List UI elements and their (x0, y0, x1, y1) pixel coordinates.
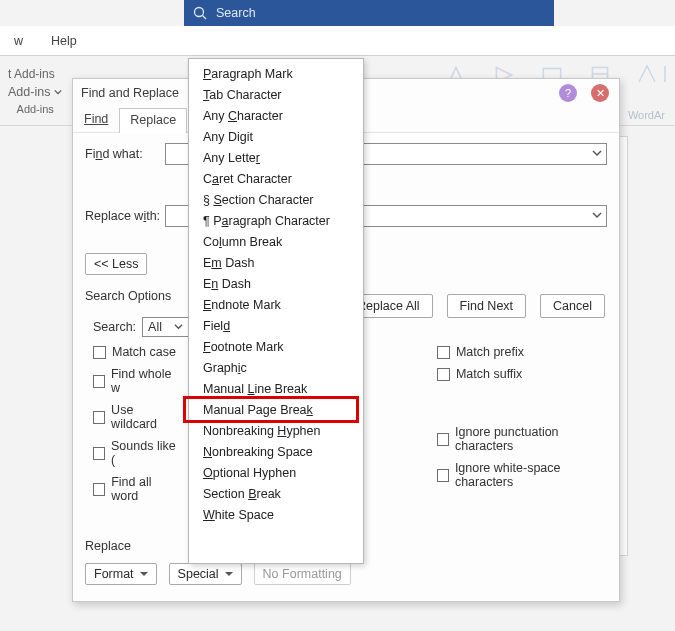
menu-item[interactable]: Column Break (189, 231, 363, 252)
tab-replace[interactable]: Replace (119, 108, 187, 133)
special-characters-menu: Paragraph MarkTab CharacterAny Character… (188, 58, 364, 564)
find-what-label: Find what: (85, 147, 165, 161)
checkbox-icon (93, 447, 105, 460)
menu-item[interactable]: ¶ Paragraph Character (189, 210, 363, 231)
ribbon-group-addins: Add-ins (8, 103, 62, 115)
menu-item[interactable]: Section Break (189, 483, 363, 504)
option-checkbox[interactable]: Match case (93, 345, 177, 359)
no-formatting-button[interactable]: No Formatting (254, 563, 351, 585)
option-checkbox[interactable]: Find all word (93, 475, 177, 503)
get-addins-button[interactable]: t Add-ins (8, 67, 62, 81)
wordart-icon (635, 62, 669, 92)
less-button[interactable]: << Less (85, 253, 147, 275)
menu-item[interactable]: Any Digit (189, 126, 363, 147)
checkbox-icon (437, 368, 450, 381)
search-direction-select[interactable]: All (142, 317, 189, 337)
menu-item[interactable]: Graphic (189, 357, 363, 378)
chevron-down-icon (592, 209, 602, 223)
option-checkbox[interactable]: Ignore punctuation characters (437, 425, 607, 453)
checkbox-icon (437, 346, 450, 359)
help-button[interactable]: ? (559, 84, 577, 102)
my-addins-button[interactable]: Add-ins (8, 85, 62, 99)
menu-item[interactable]: § Section Character (189, 189, 363, 210)
svg-point-0 (195, 8, 204, 17)
menu-item[interactable]: Field (189, 315, 363, 336)
menu-item[interactable]: Caret Character (189, 168, 363, 189)
option-checkbox[interactable]: Match suffix (437, 367, 607, 381)
menu-item[interactable]: Nonbreaking Hyphen (189, 420, 363, 441)
search-icon (192, 5, 208, 21)
wordart-label: WordAr (628, 109, 665, 121)
checkbox-icon (437, 469, 449, 482)
tell-me-search[interactable]: Search (184, 0, 554, 26)
menu-item[interactable]: White Space (189, 504, 363, 525)
tab-help[interactable]: Help (37, 34, 91, 48)
menu-item[interactable]: Endnote Mark (189, 294, 363, 315)
menu-item[interactable]: En Dash (189, 273, 363, 294)
checkbox-icon (93, 346, 106, 359)
checkbox-icon (437, 433, 449, 446)
menu-item[interactable]: Any Character (189, 105, 363, 126)
menu-item[interactable]: Nonbreaking Space (189, 441, 363, 462)
tab-find[interactable]: Find (73, 107, 119, 132)
dialog-title: Find and Replace (81, 86, 179, 100)
menu-item[interactable]: Tab Character (189, 84, 363, 105)
menu-item[interactable]: Paragraph Mark (189, 63, 363, 84)
search-placeholder: Search (216, 6, 256, 20)
chevron-down-icon (54, 85, 62, 99)
menu-item[interactable]: Manual Line Break (189, 378, 363, 399)
menu-item[interactable]: Manual Page Break (189, 399, 363, 420)
option-checkbox[interactable]: Sounds like ( (93, 439, 177, 467)
option-checkbox[interactable]: Ignore white-space characters (437, 461, 607, 489)
checkbox-icon (93, 375, 105, 388)
ribbon-tabs: w Help (0, 26, 675, 56)
menu-item[interactable]: Em Dash (189, 252, 363, 273)
option-checkbox[interactable]: Find whole w (93, 367, 177, 395)
menu-item[interactable]: Any Letter (189, 147, 363, 168)
cancel-button[interactable]: Cancel (540, 294, 605, 318)
chevron-down-icon (592, 147, 602, 161)
format-button[interactable]: Format (85, 563, 157, 585)
checkbox-icon (93, 483, 105, 496)
close-button[interactable]: ✕ (591, 84, 609, 102)
tab-view-fragment[interactable]: w (0, 34, 37, 48)
menu-item[interactable]: Optional Hyphen (189, 462, 363, 483)
find-next-button[interactable]: Find Next (447, 294, 527, 318)
menu-item[interactable]: Footnote Mark (189, 336, 363, 357)
option-checkbox[interactable]: Use wildcard (93, 403, 177, 431)
search-direction-label: Search: (93, 320, 136, 334)
replace-with-label: Replace with: (85, 209, 165, 223)
chevron-down-icon (174, 320, 183, 334)
option-checkbox[interactable]: Match prefix (437, 345, 607, 359)
special-button[interactable]: Special (169, 563, 242, 585)
checkbox-icon (93, 411, 105, 424)
svg-line-1 (203, 16, 207, 20)
